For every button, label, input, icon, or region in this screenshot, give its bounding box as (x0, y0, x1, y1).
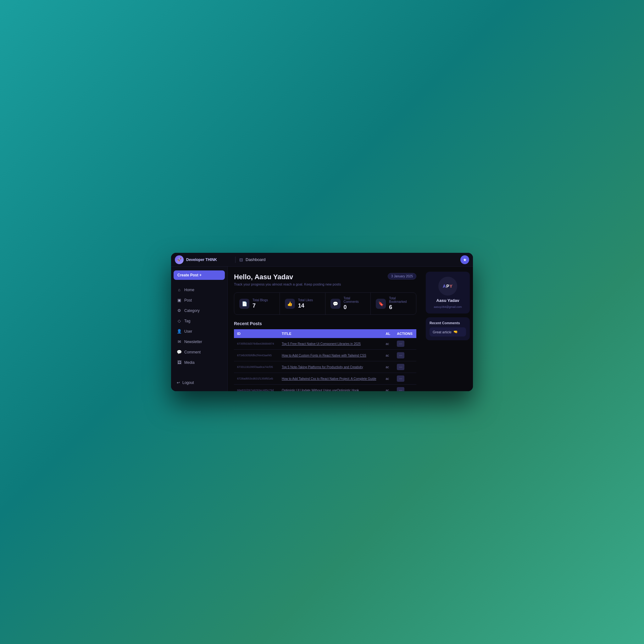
comment-item: Great article 🤜 (430, 327, 466, 336)
table-row: 67331191095f3aa9ca74cf35 Top 5 Note-Taki… (234, 361, 416, 373)
greeting-row: Hello, Aasu Yadav Track your progress yo… (234, 273, 416, 286)
layout-icon: ⊟ (239, 257, 243, 262)
user-icon: 👤 (177, 329, 182, 334)
posts-table: ID TITLE AL ACTIONS 6735f933d3784be43668… (234, 329, 416, 391)
topbar-divider (235, 257, 236, 263)
category-icon: ⚙ (177, 308, 182, 313)
stat-comments-value: 0 (344, 304, 366, 311)
sidebar-label-comment: Comment (184, 350, 201, 354)
blogs-icon: 📄 (239, 299, 249, 309)
bookmarked-icon: 🔖 (376, 299, 386, 309)
post-id: 6728ad653cd631f1358fd1eb (234, 373, 279, 385)
post-al: ac (383, 350, 394, 361)
sidebar-item-newsletter[interactable]: ✉ Newsletter (174, 337, 225, 347)
col-actions: ACTIONS (394, 329, 416, 338)
stat-total-blogs: 📄 Total Blogs 7 (234, 293, 280, 314)
table-body: 6735f933d3784be436684874 Top 5 Free Reac… (234, 338, 416, 391)
stat-bookmarked-label: Total Bookmarked (389, 297, 411, 303)
stat-blogs-label: Total Blogs (253, 298, 268, 302)
profile-name: Aasu Yadav (436, 298, 459, 303)
post-actions[interactable]: ··· (394, 385, 416, 391)
sidebar-item-post[interactable]: ▣ Post (174, 295, 225, 305)
profile-card: APY Aasu Yadav aasuy284@gmail.com (426, 272, 470, 314)
create-post-button[interactable]: Create Post + (174, 270, 225, 280)
sidebar-label-home: Home (184, 288, 194, 292)
sidebar-label-tag: Tag (184, 319, 190, 323)
stat-blogs-info: Total Blogs 7 (253, 298, 268, 309)
post-title[interactable]: How to Add Custom Fonts in React Native … (279, 350, 383, 361)
sidebar-item-tag[interactable]: ◇ Tag (174, 316, 225, 326)
post-actions[interactable]: ··· (394, 361, 416, 373)
avatar: APY (438, 277, 457, 296)
post-icon: ▣ (177, 298, 182, 303)
logout-label: Logout (182, 380, 194, 385)
stat-likes-info: Total Likes 14 (298, 298, 313, 309)
post-al: ac (383, 361, 394, 373)
logout-icon: ↩ (177, 380, 180, 385)
stat-total-likes: 👍 Total Likes 14 (280, 293, 325, 314)
post-al: ac (383, 338, 394, 350)
topbar-action-button[interactable]: ★ (460, 255, 469, 264)
stat-blogs-value: 7 (253, 303, 268, 309)
sidebar-item-user[interactable]: 👤 User (174, 326, 225, 336)
post-id: 66e831f267a9293ec485c79d (234, 385, 279, 391)
post-id: 6734b305bfdfe2f4443aef45 (234, 350, 279, 361)
stat-total-bookmarked: 🔖 Total Bookmarked 6 (371, 293, 416, 314)
post-title[interactable]: Optimistic UI Update Without Using useOp… (279, 385, 383, 391)
recent-comments-title: Recent Comments (430, 321, 466, 325)
sidebar-label-user: User (184, 329, 192, 334)
right-panel: APY Aasu Yadav aasuy284@gmail.com Recent… (423, 267, 473, 391)
topbar: 🚀 Developer THINK ⊟ Dashboard ★ (171, 253, 473, 267)
logout-button[interactable]: ↩ Logout (174, 378, 225, 387)
stat-likes-value: 14 (298, 303, 313, 309)
post-al: ac (383, 385, 394, 391)
post-actions[interactable]: ··· (394, 350, 416, 361)
post-title[interactable]: Top 5 Free React Native Ui Component Lib… (279, 338, 383, 350)
avatar-letters: APY (443, 284, 453, 289)
recent-comments-card: Recent Comments Great article 🤜 (426, 317, 470, 340)
sidebar-item-media[interactable]: 🖼 Media (174, 358, 225, 367)
sidebar-item-home[interactable]: ⌂ Home (174, 285, 225, 295)
col-title: TITLE (279, 329, 383, 338)
table-header: ID TITLE AL ACTIONS (234, 329, 416, 338)
comment-icon: 💬 (177, 350, 182, 354)
stat-total-comments: 💬 Total Comments 0 (325, 293, 371, 314)
action-dots-button[interactable]: ··· (397, 375, 404, 382)
post-al: ac (383, 373, 394, 385)
sidebar-item-category[interactable]: ⚙ Category (174, 306, 225, 315)
app-name: Developer THINK (186, 258, 217, 262)
table-row: 6728ad653cd631f1358fd1eb How to Add Tail… (234, 373, 416, 385)
table-row: 6734b305bfdfe2f4443aef45 How to Add Cust… (234, 350, 416, 361)
post-title[interactable]: How to Add Tailwind Css to React Native … (279, 373, 383, 385)
stat-comments-info: Total Comments 0 (344, 297, 366, 311)
sidebar-item-comment[interactable]: 💬 Comment (174, 347, 225, 357)
sidebar-label-newsletter: Newsletter (184, 340, 202, 344)
comments-icon: 💬 (330, 299, 341, 309)
action-dots-button[interactable]: ··· (397, 364, 404, 370)
likes-icon: 👍 (285, 299, 295, 309)
table-row: 6735f933d3784be436684874 Top 5 Free Reac… (234, 338, 416, 350)
col-al: AL (383, 329, 394, 338)
date-badge: 3 January 2025 (388, 273, 416, 280)
stat-bookmarked-info: Total Bookmarked 6 (389, 297, 411, 311)
profile-email: aasuy284@gmail.com (434, 305, 462, 308)
table-row: 66e831f267a9293ec485c79d Optimistic UI U… (234, 385, 416, 391)
logo-icon: 🚀 (175, 255, 184, 264)
stat-bookmarked-value: 6 (389, 304, 411, 311)
tag-icon: ◇ (177, 319, 182, 323)
stats-row: 📄 Total Blogs 7 👍 Total Likes 14 💬 (234, 292, 416, 315)
action-dots-button[interactable]: ··· (397, 341, 404, 347)
stat-likes-label: Total Likes (298, 298, 313, 302)
comment-text: Great article (433, 330, 452, 334)
nav-items: ⌂ Home ▣ Post ⚙ Category ◇ Tag 👤 User (174, 285, 225, 378)
post-id: 67331191095f3aa9ca74cf35 (234, 361, 279, 373)
col-id: ID (234, 329, 279, 338)
sidebar: Create Post + ⌂ Home ▣ Post ⚙ Category ◇… (171, 267, 228, 391)
logo-area: 🚀 Developer THINK (175, 255, 231, 264)
stat-comments-label: Total Comments (344, 297, 366, 303)
action-dots-button[interactable]: ··· (397, 352, 404, 358)
post-actions[interactable]: ··· (394, 338, 416, 350)
post-title[interactable]: Top 5 Note-Taking Platforms for Producti… (279, 361, 383, 373)
post-actions[interactable]: ··· (394, 373, 416, 385)
action-dots-button[interactable]: ··· (397, 387, 404, 391)
